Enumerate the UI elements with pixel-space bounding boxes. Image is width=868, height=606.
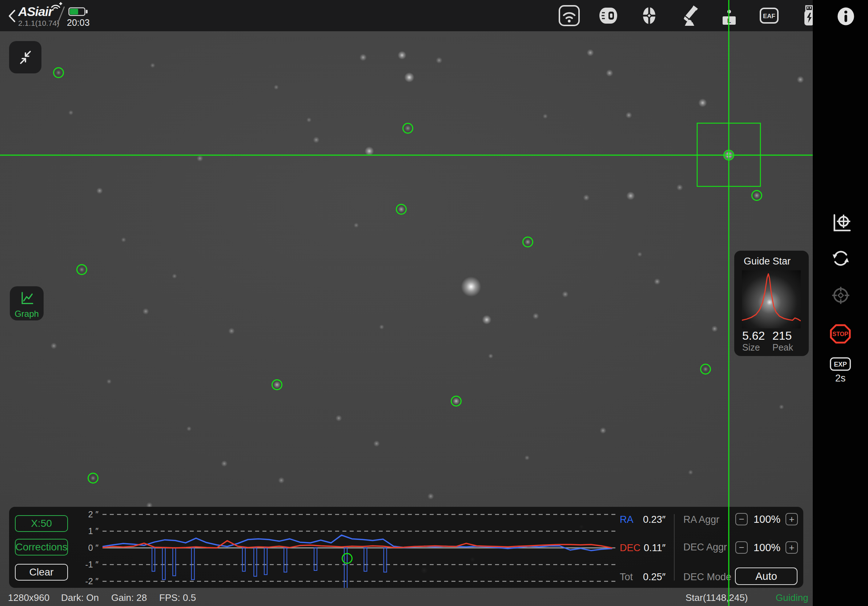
collapse-icon	[16, 48, 35, 67]
top-bar: ASiair 2.1.1(10.74) 20:03	[0, 0, 813, 31]
correction-pulse-bar	[364, 548, 367, 571]
ytick-m2: -2 ″	[71, 576, 99, 586]
main-camera-icon[interactable]	[598, 4, 621, 27]
correction-pulse-bar	[163, 548, 165, 580]
calibrate-target-icon[interactable]	[830, 285, 851, 306]
exposure-button[interactable]: EXP	[829, 357, 851, 371]
correction-pulse-bar	[284, 548, 287, 572]
guide-star-title: Guide Star	[744, 256, 790, 267]
guide-star-peak-label: Peak	[772, 342, 793, 353]
info-icon[interactable]	[835, 6, 856, 27]
clear-button[interactable]: Clear	[15, 564, 68, 581]
graph-button-label: Graph	[10, 309, 43, 319]
battery-icon	[68, 7, 88, 16]
correction-pulse-bar	[192, 548, 194, 580]
dec-aggr-minus-button[interactable]: −	[735, 541, 748, 554]
correction-pulse-bar	[314, 548, 317, 570]
ytick-m1: -1 ″	[71, 560, 99, 570]
guide-scope-icon[interactable]: L	[718, 4, 741, 27]
stop-label: STOP	[832, 331, 848, 337]
status-resolution: 1280x960	[8, 592, 50, 603]
collapse-view-button[interactable]	[9, 41, 42, 73]
guide-scope-label: L	[727, 17, 731, 24]
guide-star-thumbnail	[742, 270, 801, 328]
status-bar: 1280x960 Dark: On Gain: 28 FPS: 0.5 Star…	[0, 592, 813, 606]
guide-target-icon[interactable]	[637, 4, 661, 27]
battery-fill	[70, 9, 78, 14]
graph-icon	[18, 290, 36, 307]
status-star-coords: Star(1148,245)	[685, 592, 748, 603]
mount-icon[interactable]	[677, 4, 701, 27]
guiding-graph-panel: X:50 Corrections Clear 2 ″ 1 ″ 0 ″ -1 ″ …	[9, 507, 803, 588]
guide-star-size-value: 5.62	[742, 329, 765, 343]
guide-star-peak-value: 215	[772, 329, 792, 343]
star-profile-curve	[742, 270, 801, 328]
scale-button[interactable]: X:50	[15, 515, 68, 532]
exposure-value: 2s	[829, 373, 851, 384]
dec-aggr-value: 100%	[751, 542, 783, 554]
ytick-0: 0 ″	[71, 543, 99, 553]
dec-readout-value: 0.11″	[627, 543, 665, 554]
ytick-1: 1 ″	[71, 526, 99, 536]
status-dark: Dark: On	[61, 592, 99, 603]
dec-aggr-label: DEC Aggr	[684, 542, 727, 553]
header-divider	[57, 6, 65, 24]
ytick-2: 2 ″	[71, 509, 99, 519]
correction-pulse-bar	[152, 548, 155, 571]
align-axis-icon[interactable]	[829, 212, 852, 235]
correction-pulse-bar	[264, 548, 267, 575]
exp-label: EXP	[834, 361, 847, 368]
correction-pulse-bar	[242, 548, 245, 571]
correction-pulse-bar	[173, 548, 175, 576]
dec-mode-label: DEC Mode	[684, 572, 731, 583]
guide-star-size-label: Size	[742, 342, 760, 353]
right-sidebar: STOP EXP	[813, 0, 868, 606]
correction-pulse-bar	[344, 548, 347, 588]
status-gain: Gain: 28	[111, 592, 147, 603]
ra-aggr-label: RA Aggr	[684, 514, 719, 526]
wifi-icon[interactable]	[558, 4, 581, 27]
corrections-button[interactable]: Corrections	[15, 539, 68, 555]
stop-guiding-button[interactable]: STOP	[829, 323, 852, 345]
dec-aggr-plus-button[interactable]: +	[786, 541, 798, 554]
focuser-eaf-icon[interactable]: EAF	[758, 4, 781, 27]
status-fps: FPS: 0.5	[159, 592, 196, 603]
back-button[interactable]	[7, 9, 17, 23]
correction-pulse-bar	[384, 548, 387, 572]
guide-star-panel: Guide Star 5.62 215 Size Peak	[734, 251, 809, 356]
dec-mode-button[interactable]: Auto	[735, 567, 797, 585]
readout-divider	[674, 514, 674, 581]
guiding-error-plot	[102, 507, 616, 588]
ra-aggr-value: 100%	[751, 513, 783, 526]
ra-readout-value: 0.23″	[627, 514, 665, 526]
tot-readout-value: 0.25″	[627, 572, 665, 583]
ra-aggr-minus-button[interactable]: −	[735, 513, 748, 526]
asiair-guiding-screen: ASiair 2.1.1(10.74) 20:03	[0, 0, 868, 606]
correction-pulse-bar	[254, 548, 257, 576]
ra-aggr-plus-button[interactable]: +	[786, 513, 798, 526]
eaf-label: EAF	[763, 13, 775, 20]
clock: 20:03	[67, 17, 90, 28]
logo-wifi-arcs-icon	[50, 1, 64, 9]
status-guiding-state: Guiding	[776, 592, 808, 603]
loop-restart-icon[interactable]	[829, 247, 852, 270]
app-logo: ASiair	[18, 5, 53, 19]
app-version: 2.1.1(10.74)	[18, 19, 59, 28]
graph-toggle-button[interactable]: Graph	[10, 286, 43, 320]
